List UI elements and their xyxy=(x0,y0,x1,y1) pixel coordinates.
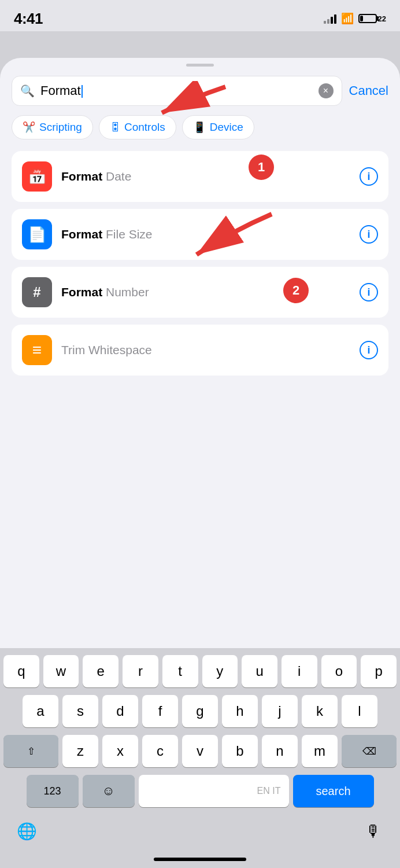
battery-icon: 22 xyxy=(358,14,386,23)
keyboard-bottom-row: 🌐 🎙 xyxy=(3,815,397,853)
search-bar-container: 🔍 Format × Cancel xyxy=(0,76,400,106)
key-r[interactable]: r xyxy=(123,655,158,687)
format-number-icon: # xyxy=(22,277,52,307)
key-m[interactable]: m xyxy=(302,735,338,767)
tab-controls[interactable]: 🎛 Controls xyxy=(99,115,176,139)
status-time: 4:41 xyxy=(14,10,43,28)
globe-key[interactable]: 🌐 xyxy=(7,815,46,847)
key-b[interactable]: b xyxy=(222,735,258,767)
keyboard: q w e r t y u i o p a s d f g h j k l ⇧ … xyxy=(0,648,400,868)
key-p[interactable]: p xyxy=(361,655,397,687)
keyboard-row-1: q w e r t y u i o p xyxy=(3,655,397,687)
device-icon: 📱 xyxy=(193,121,206,134)
search-bar[interactable]: 🔍 Format × xyxy=(12,76,342,106)
format-file-size-title: Format File Size xyxy=(61,227,350,241)
status-bar: 4:41 📶 22 xyxy=(0,0,400,31)
signal-icon xyxy=(324,13,336,24)
emoji-key[interactable]: ☺ xyxy=(83,775,135,807)
key-e[interactable]: e xyxy=(83,655,118,687)
key-y[interactable]: y xyxy=(202,655,238,687)
result-format-date[interactable]: 📅 Format Date i xyxy=(12,151,388,202)
key-d[interactable]: d xyxy=(102,695,138,727)
wifi-icon: 📶 xyxy=(341,12,354,25)
search-input[interactable]: Format xyxy=(40,83,313,98)
battery-level: 22 xyxy=(378,14,386,23)
clear-button[interactable]: × xyxy=(318,83,334,98)
key-o[interactable]: o xyxy=(321,655,357,687)
format-date-info-button[interactable]: i xyxy=(360,167,378,186)
format-date-title: Format Date xyxy=(61,170,350,183)
cancel-button[interactable]: Cancel xyxy=(349,83,388,98)
mic-key[interactable]: 🎙 xyxy=(354,815,393,847)
search-icon: 🔍 xyxy=(20,84,35,98)
key-s[interactable]: s xyxy=(62,695,98,727)
shift-key[interactable]: ⇧ xyxy=(3,735,58,767)
key-i[interactable]: i xyxy=(282,655,317,687)
tab-device[interactable]: 📱 Device xyxy=(182,115,254,139)
trim-whitespace-info-button[interactable]: i xyxy=(360,341,378,359)
trim-whitespace-title: Trim Whitespace xyxy=(61,343,350,357)
result-format-number[interactable]: # Format Number i xyxy=(12,267,388,318)
result-trim-whitespace[interactable]: ≡ Trim Whitespace i xyxy=(12,325,388,376)
filter-tabs: ✂️ Scripting 🎛 Controls 📱 Device xyxy=(0,115,400,139)
scripting-icon: ✂️ xyxy=(23,121,35,134)
search-key[interactable]: search xyxy=(293,775,374,807)
keyboard-row-2: a s d f g h j k l xyxy=(3,695,397,727)
format-date-icon: 📅 xyxy=(22,161,52,192)
trim-whitespace-icon: ≡ xyxy=(22,335,52,365)
key-c[interactable]: c xyxy=(142,735,178,767)
key-h[interactable]: h xyxy=(222,695,258,727)
tab-scripting-label: Scripting xyxy=(39,121,82,134)
format-number-info-button[interactable]: i xyxy=(360,283,378,301)
result-format-file-size[interactable]: 📄 Format File Size i xyxy=(12,209,388,260)
key-j[interactable]: j xyxy=(262,695,298,727)
status-icons: 📶 22 xyxy=(324,12,386,25)
controls-icon: 🎛 xyxy=(110,122,120,134)
key-u[interactable]: u xyxy=(242,655,277,687)
key-w[interactable]: w xyxy=(43,655,79,687)
space-key[interactable]: EN IT xyxy=(139,775,289,807)
home-bar xyxy=(154,858,246,861)
keyboard-row-3: ⇧ z x c v b n m ⌫ xyxy=(3,735,397,767)
tab-scripting[interactable]: ✂️ Scripting xyxy=(12,115,93,139)
key-f[interactable]: f xyxy=(142,695,178,727)
key-v[interactable]: v xyxy=(182,735,218,767)
numeric-key[interactable]: 123 xyxy=(27,775,79,807)
format-number-title: Format Number xyxy=(61,285,350,299)
results-list: 📅 Format Date i 📄 Format File Size i # F… xyxy=(0,151,400,376)
key-q[interactable]: q xyxy=(3,655,39,687)
keyboard-row-4: 123 ☺ EN IT search xyxy=(3,775,397,807)
delete-key[interactable]: ⌫ xyxy=(342,735,397,767)
key-g[interactable]: g xyxy=(182,695,218,727)
tab-device-label: Device xyxy=(210,121,243,134)
key-t[interactable]: t xyxy=(162,655,198,687)
key-a[interactable]: a xyxy=(23,695,58,727)
key-n[interactable]: n xyxy=(262,735,298,767)
format-file-size-info-button[interactable]: i xyxy=(360,225,378,244)
key-x[interactable]: x xyxy=(102,735,138,767)
key-l[interactable]: l xyxy=(342,695,377,727)
drag-handle xyxy=(186,64,214,67)
tab-controls-label: Controls xyxy=(124,121,165,134)
format-file-size-icon: 📄 xyxy=(22,219,52,249)
key-z[interactable]: z xyxy=(62,735,98,767)
key-k[interactable]: k xyxy=(302,695,338,727)
